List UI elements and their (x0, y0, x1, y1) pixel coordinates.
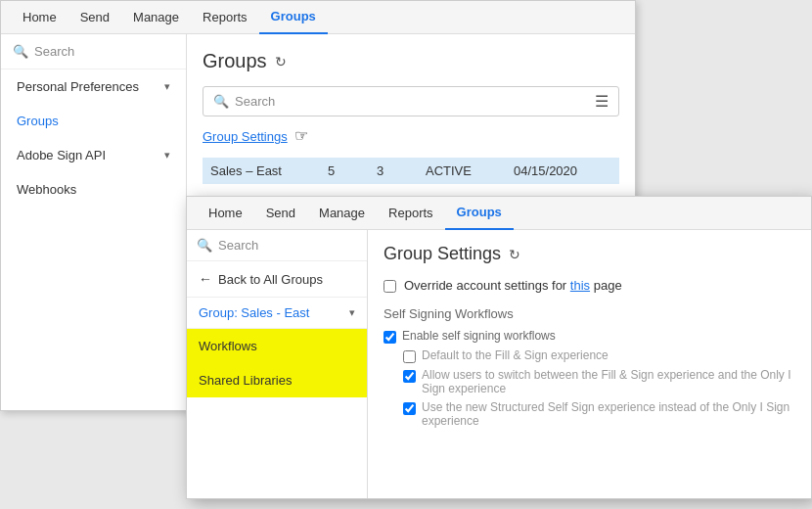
table-cell-date: 04/15/2020 (514, 163, 602, 178)
search-icon: 🔍 (197, 238, 212, 253)
checkbox-structured-self-sign: Use the new Structured Self Sign experie… (383, 400, 795, 428)
override-link[interactable]: this (570, 278, 590, 293)
search-icon: 🔍 (213, 94, 229, 109)
back-main-title-row: Groups ↻ (203, 50, 619, 72)
front-sidebar: 🔍 Search ← Back to All Groups Group: Sal… (187, 230, 368, 498)
sidebar-item-adobe-sign-api[interactable]: Adobe Sign API ▾ (1, 138, 186, 172)
main-search-label: Search (235, 94, 275, 109)
chevron-down-icon: ▾ (349, 306, 355, 319)
front-nav-groups[interactable]: Groups (445, 197, 514, 230)
sidebar-groups-label: Groups (17, 114, 59, 128)
front-body: 🔍 Search ← Back to All Groups Group: Sal… (187, 230, 811, 498)
page-title: Groups (203, 50, 267, 72)
front-page-title: Group Settings (383, 244, 501, 264)
back-sidebar-search-bar[interactable]: 🔍 Search (1, 34, 186, 69)
front-search-bar[interactable]: 🔍 Search (187, 230, 367, 261)
override-section: Override account settings for this page (383, 278, 795, 293)
structured-self-sign-checkbox[interactable] (403, 402, 416, 415)
sidebar-webhooks-label: Webhooks (17, 182, 76, 197)
menu-item-workflows[interactable]: Workflows (187, 329, 367, 363)
table-cell-col2: 3 (377, 163, 406, 178)
table-cell-name: Sales – East (210, 163, 308, 178)
group-settings-link[interactable]: Group Settings (203, 129, 288, 144)
back-nav-reports[interactable]: Reports (191, 1, 259, 34)
front-window: Home Send Manage Reports Groups 🔍 Search… (186, 196, 812, 499)
sidebar-item-groups[interactable]: Groups (1, 104, 186, 138)
cursor-icon: ☞ (294, 126, 308, 145)
front-nav-manage[interactable]: Manage (307, 197, 377, 230)
back-nav-groups[interactable]: Groups (259, 1, 328, 34)
chevron-down-icon: ▾ (164, 149, 170, 162)
arrow-left-icon: ← (199, 271, 212, 287)
refresh-icon[interactable]: ↻ (509, 247, 520, 262)
back-sidebar-search-label: Search (34, 44, 74, 59)
checkbox-label: Use the new Structured Self Sign experie… (422, 400, 795, 428)
back-top-nav: Home Send Manage Reports Groups (1, 1, 635, 34)
back-nav-manage[interactable]: Manage (121, 1, 191, 34)
checkbox-label: Enable self signing workflows (402, 329, 556, 343)
checkbox-default-fill-sign: Default to the Fill & Sign experience (383, 348, 795, 363)
back-to-groups-label: Back to All Groups (218, 272, 323, 287)
section-title: Self Signing Workflows (383, 306, 795, 321)
front-nav-reports[interactable]: Reports (377, 197, 445, 230)
sidebar-item-personal-preferences[interactable]: Personal Preferences ▾ (1, 69, 186, 104)
sidebar-adobe-api-label: Adobe Sign API (17, 148, 106, 162)
back-nav-home[interactable]: Home (11, 1, 68, 34)
hamburger-icon[interactable]: ☰ (595, 92, 609, 111)
override-checkbox[interactable] (383, 280, 396, 293)
back-sidebar: 🔍 Search Personal Preferences ▾ Groups A… (1, 34, 187, 410)
group-selector[interactable]: Group: Sales - East ▾ (187, 298, 367, 329)
front-page-title-row: Group Settings ↻ (383, 244, 795, 264)
table-cell-status: ACTIVE (426, 163, 494, 178)
refresh-icon[interactable]: ↻ (275, 54, 287, 69)
sidebar-personal-prefs-label: Personal Preferences (17, 79, 139, 94)
checkbox-label: Default to the Fill & Sign experience (422, 348, 609, 362)
front-nav-send[interactable]: Send (254, 197, 307, 230)
search-icon: 🔍 (13, 44, 28, 59)
back-nav-send[interactable]: Send (68, 1, 121, 34)
menu-item-shared-libraries[interactable]: Shared Libraries (187, 363, 367, 397)
group-selector-label: Group: Sales - East (199, 305, 309, 320)
checkbox-allow-switch: Allow users to switch between the Fill &… (383, 368, 795, 395)
chevron-down-icon: ▾ (164, 80, 170, 93)
override-text: Override account settings for this page (404, 278, 622, 293)
table-row[interactable]: Sales – East 5 3 ACTIVE 04/15/2020 (203, 158, 619, 184)
allow-switch-checkbox[interactable] (403, 370, 416, 383)
checkbox-enable-self-signing: Enable self signing workflows (383, 329, 795, 344)
table-cell-col1: 5 (328, 163, 357, 178)
front-main: Group Settings ↻ Override account settin… (368, 230, 811, 498)
main-search-bar[interactable]: 🔍 Search ☰ (203, 86, 619, 116)
back-to-all-groups-button[interactable]: ← Back to All Groups (187, 261, 367, 298)
sidebar-item-webhooks[interactable]: Webhooks (1, 172, 186, 207)
enable-self-signing-checkbox[interactable] (383, 331, 396, 344)
front-search-label: Search (218, 238, 258, 253)
checkbox-label: Allow users to switch between the Fill &… (422, 368, 795, 395)
front-nav-home[interactable]: Home (197, 197, 254, 230)
front-top-nav: Home Send Manage Reports Groups (187, 197, 811, 230)
default-fill-sign-checkbox[interactable] (403, 350, 416, 363)
